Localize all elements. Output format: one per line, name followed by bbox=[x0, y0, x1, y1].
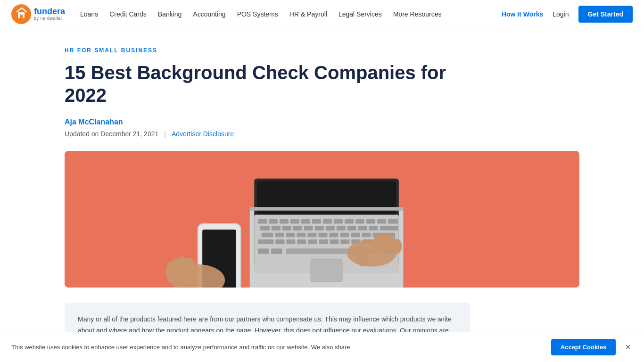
nav-pos-systems[interactable]: POS Systems bbox=[237, 10, 278, 18]
hero-svg bbox=[65, 151, 579, 288]
svg-point-74 bbox=[356, 244, 369, 267]
svg-rect-14 bbox=[312, 219, 321, 224]
svg-rect-56 bbox=[258, 248, 269, 254]
meta-divider: | bbox=[164, 130, 166, 138]
cookie-banner: This website uses cookies to enhance use… bbox=[0, 332, 644, 359]
nav-credit-cards[interactable]: Credit Cards bbox=[109, 10, 147, 18]
svg-point-73 bbox=[393, 239, 402, 254]
nav-banking[interactable]: Banking bbox=[158, 10, 182, 18]
category-label: HR FOR SMALL BUSINESS bbox=[65, 47, 579, 54]
cookie-text: This website uses cookies to enhance use… bbox=[11, 343, 551, 352]
article-title: 15 Best Background Check Companies for 2… bbox=[65, 61, 470, 107]
svg-rect-52 bbox=[340, 239, 349, 244]
svg-rect-49 bbox=[308, 239, 317, 244]
main-nav: fundera by nerdwallet Loans Credit Cards… bbox=[0, 0, 644, 28]
login-link[interactable]: Login bbox=[553, 10, 569, 18]
svg-rect-60 bbox=[311, 259, 342, 282]
svg-rect-30 bbox=[347, 226, 356, 230]
svg-rect-2 bbox=[20, 15, 23, 18]
updated-date: Updated on December 21, 2021 bbox=[65, 130, 158, 138]
svg-rect-43 bbox=[362, 233, 371, 238]
nav-legal-services[interactable]: Legal Services bbox=[339, 10, 382, 18]
svg-rect-45 bbox=[258, 239, 274, 244]
meta-row: Updated on December 21, 2021 | Advertise… bbox=[65, 130, 579, 138]
nav-accounting[interactable]: Accounting bbox=[193, 10, 225, 18]
logo-link[interactable]: fundera by nerdwallet bbox=[11, 4, 65, 24]
nav-loans[interactable]: Loans bbox=[80, 10, 98, 18]
svg-rect-41 bbox=[340, 233, 349, 238]
svg-rect-29 bbox=[337, 226, 346, 230]
svg-rect-34 bbox=[262, 233, 273, 238]
logo-text: fundera by nerdwallet bbox=[34, 7, 65, 21]
advertiser-disclosure-link[interactable]: Advertiser Disclosure bbox=[172, 130, 234, 138]
svg-rect-31 bbox=[358, 226, 367, 230]
svg-rect-11 bbox=[280, 219, 289, 224]
svg-rect-33 bbox=[380, 226, 398, 230]
nav-more-resources[interactable]: More Resources bbox=[393, 10, 442, 18]
author-link[interactable]: Aja McClanahan bbox=[65, 118, 579, 126]
svg-rect-19 bbox=[366, 219, 375, 224]
svg-rect-46 bbox=[275, 239, 284, 244]
svg-rect-27 bbox=[315, 226, 324, 230]
svg-rect-21 bbox=[388, 219, 398, 224]
svg-rect-12 bbox=[290, 219, 299, 224]
svg-rect-17 bbox=[345, 219, 354, 224]
svg-rect-51 bbox=[330, 239, 339, 244]
hero-image bbox=[65, 151, 579, 288]
svg-rect-48 bbox=[297, 239, 306, 244]
svg-rect-20 bbox=[377, 219, 386, 224]
svg-rect-10 bbox=[269, 219, 278, 224]
svg-rect-16 bbox=[334, 219, 343, 224]
svg-rect-24 bbox=[282, 226, 291, 230]
svg-rect-26 bbox=[304, 226, 313, 230]
how-it-works-link[interactable]: How It Works bbox=[502, 10, 543, 18]
svg-rect-9 bbox=[258, 219, 267, 224]
svg-rect-42 bbox=[351, 233, 360, 238]
svg-rect-15 bbox=[323, 219, 332, 224]
svg-rect-50 bbox=[319, 239, 328, 244]
svg-rect-13 bbox=[301, 219, 310, 224]
svg-rect-18 bbox=[355, 219, 364, 224]
svg-rect-32 bbox=[369, 226, 378, 230]
svg-rect-38 bbox=[307, 233, 316, 238]
get-started-button[interactable]: Get Started bbox=[578, 6, 633, 23]
svg-rect-7 bbox=[250, 207, 404, 211]
svg-rect-25 bbox=[293, 226, 302, 230]
nav-right: How It Works Login Get Started bbox=[502, 6, 633, 23]
svg-rect-57 bbox=[271, 248, 282, 254]
svg-rect-36 bbox=[286, 233, 295, 238]
svg-rect-23 bbox=[272, 226, 281, 230]
accept-cookies-button[interactable]: Accept Cookies bbox=[551, 339, 616, 355]
cookie-close-button[interactable]: × bbox=[623, 342, 633, 353]
svg-rect-47 bbox=[286, 239, 295, 244]
svg-rect-35 bbox=[275, 233, 284, 238]
main-content: HR FOR SMALL BUSINESS 15 Best Background… bbox=[53, 28, 591, 359]
nav-hr-payroll[interactable]: HR & Payroll bbox=[289, 10, 327, 18]
fundera-logo-icon bbox=[11, 4, 31, 24]
svg-point-68 bbox=[166, 261, 178, 283]
svg-rect-28 bbox=[326, 226, 335, 230]
svg-rect-40 bbox=[329, 233, 338, 238]
svg-rect-39 bbox=[318, 233, 327, 238]
nav-links: Loans Credit Cards Banking Accounting PO… bbox=[80, 10, 502, 18]
svg-rect-37 bbox=[297, 233, 305, 238]
svg-rect-22 bbox=[260, 226, 270, 230]
